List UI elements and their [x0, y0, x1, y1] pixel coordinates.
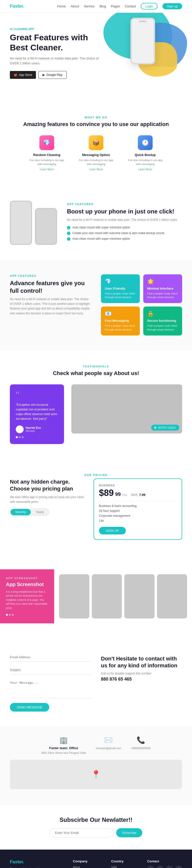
- signup-button[interactable]: SIGN UP: [99, 527, 126, 534]
- features-tag: WHAT WE DO: [10, 116, 182, 119]
- hero-section: #1 Cleaning App Great Features with Best…: [0, 13, 192, 101]
- footer-link-0-0[interactable]: About: [73, 866, 87, 868]
- playstore-button[interactable]: ▶ Google Play: [38, 71, 66, 79]
- newsletter-input[interactable]: [50, 828, 114, 837]
- play-button[interactable]: INTRO VIDEO: [151, 425, 179, 431]
- check-icon-0: ✓: [67, 226, 71, 229]
- feature-icon-1: 📦: [89, 135, 103, 150]
- nav-link-pages[interactable]: Pages: [111, 4, 120, 8]
- map-pin-icon: 📍: [91, 770, 101, 779]
- testimonial-dots: [16, 436, 58, 438]
- newsletter-section: Subscirbe Our Newlatter!! Subscribe: [0, 804, 192, 849]
- office-phone: +880000000000: [131, 746, 150, 750]
- footer-inner: Faster. Design and developed by @Themeta…: [10, 859, 182, 868]
- linkedin-icon[interactable]: li: [175, 866, 182, 868]
- feature-title-1: Messaging Option: [76, 153, 116, 157]
- office-grid: 🏢 Faster team: Office 8461 Olive Street …: [10, 736, 182, 755]
- author-avatar: [16, 425, 24, 433]
- signup-button[interactable]: Sign up: [162, 3, 182, 9]
- hero-phone: [131, 18, 155, 64]
- nav-logo: Faster.: [10, 4, 24, 9]
- testimonial-video[interactable]: INTRO VIDEO: [72, 384, 182, 434]
- play-icon: ▶: [43, 73, 45, 76]
- features-section: WHAT WE DO Amazing features to convince …: [0, 101, 192, 186]
- footer-tagline: Design and developed by @Themetags: [10, 867, 49, 868]
- phone-mockup: [131, 18, 155, 64]
- dot-2[interactable]: [22, 436, 24, 438]
- feature-icon-0: 💎: [39, 135, 54, 150]
- email-field[interactable]: [10, 653, 91, 662]
- contact-sub-text: Call us for disable support this number: [101, 672, 182, 675]
- learn-more-0[interactable]: Learn More: [40, 168, 54, 171]
- screenshots-inner: APP SCREENSHOT App Screenshot It is a lo…: [0, 569, 192, 623]
- screenshots-left: APP SCREENSHOT App Screenshot It is a lo…: [0, 569, 54, 623]
- learn-more-2[interactable]: Learn More: [138, 168, 152, 171]
- footer: Faster. Design and developed by @Themeta…: [0, 849, 192, 868]
- screenshot-dot-2[interactable]: [12, 614, 14, 616]
- adv-desc-1: Find a proper route client through smart…: [147, 292, 178, 300]
- appstore-button[interactable]: 🍎 App Store: [10, 71, 36, 79]
- footer-col-0: Company About Blog Jobs Press Partners: [73, 859, 87, 868]
- building-icon: 🏢: [42, 736, 86, 744]
- check-0: ✓ Auto clean mood with super minimize op…: [67, 226, 182, 229]
- feature-1: 24 hour support: [99, 509, 177, 513]
- facebook-icon[interactable]: f: [147, 866, 154, 868]
- advance-tag: APP FEATURES: [10, 274, 91, 277]
- pricing-section: OUR PRICING Not any hidden charge. Choos…: [0, 459, 192, 555]
- feature-desc-1: Fun also including in our app with messa…: [76, 158, 116, 166]
- advance-cards: 💎 User Friendly Find a proper route clie…: [101, 274, 182, 336]
- author-name: Harriet Era: [26, 426, 40, 430]
- nav-link-blog[interactable]: Blog: [100, 4, 106, 8]
- footer-link-1-0[interactable]: USA: [111, 866, 124, 868]
- footer-col-title-0: Company: [73, 859, 87, 863]
- adv-card-1: 🌟 Minimal Interface Find a proper route …: [143, 274, 182, 303]
- check-2: ✓ Auto clean mood with super minimize op…: [67, 237, 182, 241]
- adv-card-2: 📧 Fast Messaging Find a proper route cli…: [101, 307, 140, 336]
- testimonial-title: Check what people say About us!: [10, 370, 182, 377]
- dot-0[interactable]: [16, 436, 18, 438]
- app-screenshot-2: [124, 574, 155, 618]
- monthly-toggle[interactable]: Monthly: [10, 509, 31, 515]
- boost-phones: [10, 201, 57, 245]
- message-field[interactable]: [10, 678, 91, 698]
- login-button[interactable]: Login: [141, 3, 158, 9]
- features-grid: 💎 Random Cleaning Fun also including in …: [10, 135, 182, 171]
- footer-col-title-2: Contact: [147, 859, 182, 863]
- office-section: 🏢 Faster team: Office 8461 Olive Street …: [0, 726, 192, 804]
- feature-title-0: Random Cleaning: [27, 153, 66, 157]
- app-screenshot-0: [59, 574, 89, 618]
- subject-field[interactable]: [10, 665, 91, 675]
- hero-title: Great Features with Best Cleaner.: [10, 32, 103, 53]
- footer-col-2: Contact f t in li: [147, 859, 182, 868]
- hero-buttons: 🍎 App Store ▶ Google Play: [10, 71, 103, 79]
- phone-tall: [10, 201, 32, 245]
- feature-card-1: 📦 Messaging Option Fun also including in…: [76, 135, 116, 171]
- nav-link-service[interactable]: Service: [84, 4, 94, 8]
- nav-link-contact[interactable]: Contact: [125, 4, 136, 8]
- newsletter-button[interactable]: Subscribe: [116, 828, 142, 837]
- twitter-icon[interactable]: t: [157, 866, 163, 868]
- instagram-icon[interactable]: in: [166, 866, 173, 868]
- feature-3: Lite: [99, 519, 177, 522]
- screenshots-tag: APP SCREENSHOT: [6, 577, 48, 580]
- nav-link-about[interactable]: About: [71, 4, 79, 8]
- dot-1[interactable]: [19, 436, 21, 438]
- office-title: Faster team: Office: [42, 746, 86, 750]
- feature-card-2: 🕐 Quick Bootup Fun also including in our…: [126, 135, 165, 171]
- plan-label: BUSINESS: [99, 484, 177, 487]
- screenshot-dot-1[interactable]: [9, 614, 11, 616]
- screenshot-dot-0[interactable]: [6, 614, 8, 616]
- office-email: example@gmail.com: [96, 746, 121, 750]
- learn-more-1[interactable]: Learn More: [89, 168, 103, 171]
- phone-icon: 📞: [131, 736, 150, 744]
- testimonial-inner: " "Excepteur sint occaecat cupidatat non…: [10, 384, 182, 444]
- navbar: Faster. Home About Service Blog Pages Co…: [0, 0, 192, 13]
- send-button[interactable]: SEND MESSAGE: [10, 703, 49, 712]
- yearly-toggle[interactable]: Yearly: [31, 509, 49, 515]
- pricing-inner: Not any hidden charge. Choose you pricin…: [10, 478, 182, 540]
- hero-description: No need for a Wi-Fi network or mobile da…: [10, 56, 103, 66]
- nav-link-home[interactable]: Home: [57, 4, 66, 8]
- adv-title-3: Secure functioning: [147, 319, 178, 322]
- adv-icon-3: 🔒: [147, 310, 178, 317]
- advance-title: Advance features give you full control!: [10, 279, 91, 294]
